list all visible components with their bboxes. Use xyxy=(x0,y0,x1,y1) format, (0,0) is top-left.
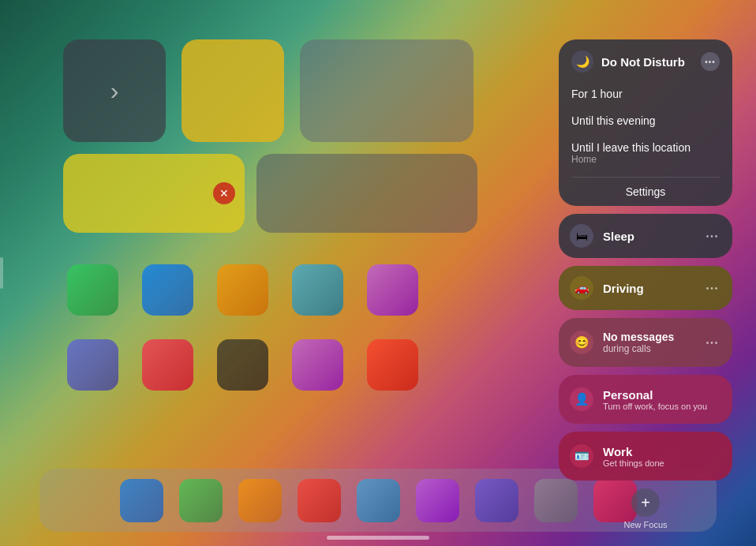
widget-5 xyxy=(256,154,477,233)
dnd-options-list: For 1 hour Until this evening Until I le… xyxy=(559,80,732,177)
widget-2 xyxy=(182,39,284,142)
resize-handle[interactable] xyxy=(0,257,3,289)
driving-icon: 🚗 xyxy=(570,276,593,300)
dock-icon-6[interactable] xyxy=(416,479,459,522)
new-focus-label: New Focus xyxy=(623,520,667,529)
app-icon-3[interactable] xyxy=(217,264,268,316)
work-card[interactable]: 🪪 Work Get things done xyxy=(559,432,732,481)
widget-4-icon: ✕ xyxy=(219,187,229,200)
app-icon-5[interactable] xyxy=(367,264,418,316)
driving-title: Driving xyxy=(603,282,704,295)
app-icon-7[interactable] xyxy=(142,339,193,391)
dock-icon-7[interactable] xyxy=(475,479,518,522)
dnd-option-hour[interactable]: For 1 hour xyxy=(559,80,732,107)
app-icon-2[interactable] xyxy=(142,264,193,316)
dnd-option-evening-label: Until this evening xyxy=(571,114,656,127)
driving-more-button[interactable] xyxy=(704,279,721,297)
driving-card[interactable]: 🚗 Driving xyxy=(559,266,732,310)
dnd-option-location-sub: Home xyxy=(571,154,720,165)
dnd-card[interactable]: 🌙 Do Not Disturb ••• For 1 hour Until th… xyxy=(559,39,732,206)
sleep-emoji: 🛏 xyxy=(576,230,588,243)
dnd-option-location[interactable]: Until I leave this location Home xyxy=(559,134,732,172)
app-icon-6[interactable] xyxy=(67,339,118,391)
dnd-settings-label: Settings xyxy=(626,185,666,198)
sleep-title: Sleep xyxy=(603,230,704,243)
personal-icon: 👤 xyxy=(570,387,593,411)
no-messages-card[interactable]: 😊 No messages during calls xyxy=(559,318,732,367)
dock-icon-1[interactable] xyxy=(120,479,163,522)
no-messages-title: No messages xyxy=(603,331,704,344)
widget-4: ✕ xyxy=(63,154,245,233)
sleep-more-button[interactable] xyxy=(704,227,721,245)
moon-icon: 🌙 xyxy=(571,50,593,73)
work-subtitle: Get things done xyxy=(603,458,721,468)
no-messages-icon: 😊 xyxy=(570,331,593,354)
new-focus-button[interactable]: + xyxy=(631,488,660,517)
app-icon-10[interactable] xyxy=(367,339,418,391)
driving-emoji: 🚗 xyxy=(574,281,589,295)
no-messages-text-block: No messages during calls xyxy=(603,331,704,355)
app-icon-4[interactable] xyxy=(292,264,343,316)
dnd-title: Do Not Disturb xyxy=(601,55,701,69)
dnd-header: 🌙 Do Not Disturb ••• xyxy=(559,39,732,80)
personal-text-block: Personal Turn off work, focus on you xyxy=(603,388,721,411)
personal-card[interactable]: 👤 Personal Turn off work, focus on you xyxy=(559,375,732,424)
dock-icon-3[interactable] xyxy=(238,479,282,522)
dnd-option-hour-label: For 1 hour xyxy=(571,88,623,100)
dnd-option-evening[interactable]: Until this evening xyxy=(559,107,732,134)
work-text-block: Work Get things done xyxy=(603,445,721,468)
widget-chevron-icon xyxy=(110,77,119,106)
new-focus-plus-icon: + xyxy=(641,494,650,512)
work-title: Work xyxy=(603,445,721,458)
app-icon-9[interactable] xyxy=(292,339,343,391)
home-indicator[interactable] xyxy=(327,536,429,540)
no-messages-more-button[interactable] xyxy=(704,334,721,351)
dnd-more-dots: ••• xyxy=(705,58,716,66)
work-emoji: 🪪 xyxy=(574,449,589,463)
sleep-card[interactable]: 🛏 Sleep xyxy=(559,214,732,258)
app-row-2 xyxy=(67,339,418,391)
no-messages-emoji: 😊 xyxy=(574,335,589,350)
app-icon-1[interactable] xyxy=(67,264,118,316)
dnd-more-button[interactable]: ••• xyxy=(701,52,720,71)
dock-icon-5[interactable] xyxy=(357,479,400,522)
app-row-1 xyxy=(67,264,418,316)
personal-title: Personal xyxy=(603,388,721,402)
dnd-settings-button[interactable]: Settings xyxy=(559,178,732,206)
dock-icon-4[interactable] xyxy=(298,479,341,522)
dock-icon-2[interactable] xyxy=(179,479,223,522)
focus-panel: 🌙 Do Not Disturb ••• For 1 hour Until th… xyxy=(559,39,732,529)
no-messages-subtitle: during calls xyxy=(603,343,704,354)
widget-1 xyxy=(63,39,166,142)
personal-subtitle: Turn off work, focus on you xyxy=(603,402,721,411)
dnd-option-location-label: Until I leave this location xyxy=(571,141,691,154)
moon-symbol: 🌙 xyxy=(576,55,589,68)
sleep-icon: 🛏 xyxy=(570,224,593,248)
widget-3 xyxy=(300,39,473,142)
work-icon: 🪪 xyxy=(570,444,593,468)
app-icon-8[interactable] xyxy=(217,339,268,391)
personal-emoji: 👤 xyxy=(574,392,589,406)
new-focus-area: + New Focus xyxy=(559,488,732,529)
